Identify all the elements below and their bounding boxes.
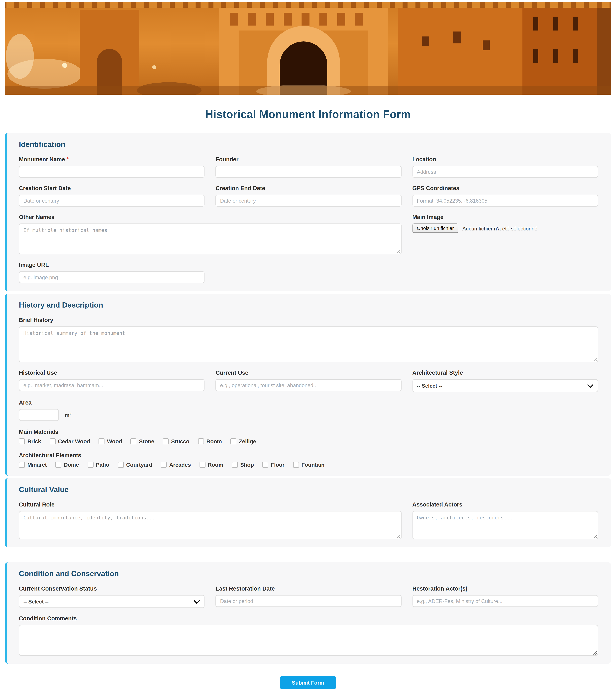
checkbox-icon[interactable] bbox=[118, 462, 124, 468]
current-use-input[interactable] bbox=[216, 379, 401, 391]
checkbox-icon[interactable] bbox=[161, 462, 167, 468]
checkbox-arcades[interactable]: Arcades bbox=[161, 462, 191, 468]
checkbox-icon[interactable] bbox=[131, 438, 136, 444]
checkbox-brick[interactable]: Brick bbox=[19, 438, 41, 444]
field-monument-name: Monument Name* bbox=[19, 156, 205, 178]
checkbox-room-element[interactable]: Room bbox=[199, 462, 223, 468]
section-title-condition: Condition and Conservation bbox=[19, 569, 598, 578]
field-conservation-status: Current Conservation Status -- Select -- bbox=[19, 586, 205, 608]
area-unit: m² bbox=[65, 412, 71, 418]
field-cultural-role: Cultural Role bbox=[19, 502, 401, 539]
choose-file-button[interactable]: Choisir un fichier bbox=[412, 223, 458, 233]
cultural-role-textarea[interactable] bbox=[19, 511, 401, 539]
checkbox-icon[interactable] bbox=[19, 438, 25, 444]
architectural-elements-group: Minaret Dome Patio Courtyard Arcades Roo… bbox=[19, 462, 598, 468]
historical-use-label: Historical Use bbox=[19, 370, 205, 376]
checkbox-icon[interactable] bbox=[55, 462, 61, 468]
field-associated-actors: Associated Actors bbox=[412, 502, 598, 539]
checkbox-room-material[interactable]: Room bbox=[198, 438, 222, 444]
central-gate bbox=[219, 6, 388, 95]
creation-start-date-input[interactable] bbox=[19, 194, 205, 207]
checkbox-icon[interactable] bbox=[99, 438, 104, 444]
form: Identification Monument Name* Founder Lo… bbox=[5, 133, 611, 689]
field-restoration-actors: Restoration Actor(s) bbox=[412, 586, 598, 608]
condition-comments-textarea[interactable] bbox=[19, 625, 598, 656]
field-founder: Founder bbox=[216, 156, 401, 178]
image-url-input[interactable] bbox=[19, 271, 205, 283]
section-cultural-value: Cultural Value Cultural Role Associated … bbox=[5, 478, 611, 547]
architectural-style-select[interactable]: -- Select -- bbox=[412, 379, 598, 392]
required-marker: * bbox=[67, 156, 69, 162]
field-current-use: Current Use bbox=[216, 370, 401, 392]
checkbox-icon[interactable] bbox=[19, 462, 25, 468]
checkbox-dome[interactable]: Dome bbox=[55, 462, 79, 468]
architectural-style-label: Architectural Style bbox=[412, 370, 598, 376]
checkbox-stone[interactable]: Stone bbox=[131, 438, 154, 444]
associated-actors-textarea[interactable] bbox=[412, 511, 598, 539]
field-creation-end: Creation End Date bbox=[216, 185, 401, 207]
founder-input[interactable] bbox=[216, 166, 401, 178]
section-title-cultural: Cultural Value bbox=[19, 485, 598, 494]
chevron-down-icon bbox=[587, 382, 594, 388]
checkbox-icon[interactable] bbox=[293, 462, 299, 468]
checkbox-shop[interactable]: Shop bbox=[232, 462, 254, 468]
checkbox-patio[interactable]: Patio bbox=[87, 462, 109, 468]
checkbox-icon[interactable] bbox=[50, 438, 55, 444]
checkbox-icon[interactable] bbox=[163, 438, 169, 444]
restoration-actors-label: Restoration Actor(s) bbox=[412, 586, 598, 592]
checkbox-icon[interactable] bbox=[87, 462, 94, 468]
monument-name-input[interactable] bbox=[19, 166, 205, 178]
main-materials-label: Main Materials bbox=[19, 429, 598, 435]
field-architectural-elements: Architectural Elements Minaret Dome Pati… bbox=[19, 452, 598, 468]
image-url-label: Image URL bbox=[19, 262, 205, 268]
gps-coordinates-input[interactable] bbox=[412, 194, 598, 207]
field-brief-history: Brief History bbox=[19, 317, 598, 362]
architectural-elements-label: Architectural Elements bbox=[19, 452, 598, 458]
field-area: Area m² bbox=[19, 400, 598, 421]
field-other-names: Other Names bbox=[19, 214, 401, 254]
no-file-selected-text: Aucun fichier n'a été sélectionné bbox=[462, 225, 537, 231]
main-image-label: Main Image bbox=[412, 214, 598, 220]
brief-history-textarea[interactable] bbox=[19, 326, 598, 362]
location-label: Location bbox=[412, 156, 598, 162]
section-history-description: History and Description Brief History Hi… bbox=[5, 294, 611, 476]
field-location: Location bbox=[412, 156, 598, 178]
checkbox-floor[interactable]: Floor bbox=[262, 462, 285, 468]
checkbox-icon[interactable] bbox=[198, 438, 204, 444]
section-condition-conservation: Condition and Conservation Current Conse… bbox=[5, 562, 611, 664]
condition-comments-label: Condition Comments bbox=[19, 615, 598, 622]
field-last-restoration: Last Restoration Date bbox=[216, 586, 401, 608]
last-restoration-date-input[interactable] bbox=[216, 595, 401, 607]
field-gps: GPS Coordinates bbox=[412, 185, 598, 207]
main-image-file-input[interactable]: Choisir un fichier Aucun fichier n'a été… bbox=[412, 223, 598, 233]
checkbox-stucco[interactable]: Stucco bbox=[163, 438, 189, 444]
checkbox-icon[interactable] bbox=[232, 462, 238, 468]
field-creation-start: Creation Start Date bbox=[19, 185, 205, 207]
other-names-textarea[interactable] bbox=[19, 223, 401, 254]
associated-actors-label: Associated Actors bbox=[412, 502, 598, 508]
current-use-label: Current Use bbox=[216, 370, 401, 376]
historical-use-input[interactable] bbox=[19, 379, 205, 391]
submit-button[interactable]: Submit Form bbox=[280, 676, 336, 689]
checkbox-fountain[interactable]: Fountain bbox=[293, 462, 324, 468]
monument-name-label: Monument Name* bbox=[19, 156, 205, 162]
restoration-actors-input[interactable] bbox=[412, 595, 598, 607]
checkbox-wood[interactable]: Wood bbox=[99, 438, 122, 444]
cultural-role-label: Cultural Role bbox=[19, 502, 401, 508]
conservation-status-select[interactable]: -- Select -- bbox=[19, 595, 205, 608]
page: Historical Monument Information Form Ide… bbox=[0, 2, 616, 695]
page-title: Historical Monument Information Form bbox=[0, 108, 616, 121]
creation-end-date-input[interactable] bbox=[216, 194, 401, 207]
checkbox-zellige[interactable]: Zellige bbox=[230, 438, 256, 444]
checkbox-minaret[interactable]: Minaret bbox=[19, 462, 47, 468]
checkbox-icon[interactable] bbox=[230, 438, 236, 444]
field-image-url: Image URL bbox=[19, 262, 205, 283]
checkbox-icon[interactable] bbox=[262, 462, 268, 468]
checkbox-icon[interactable] bbox=[199, 462, 205, 468]
checkbox-courtyard[interactable]: Courtyard bbox=[118, 462, 152, 468]
checkbox-cedar-wood[interactable]: Cedar Wood bbox=[50, 438, 90, 444]
brief-history-label: Brief History bbox=[19, 317, 598, 323]
area-input[interactable] bbox=[19, 409, 59, 421]
founder-label: Founder bbox=[216, 156, 401, 162]
location-input[interactable] bbox=[412, 166, 598, 178]
